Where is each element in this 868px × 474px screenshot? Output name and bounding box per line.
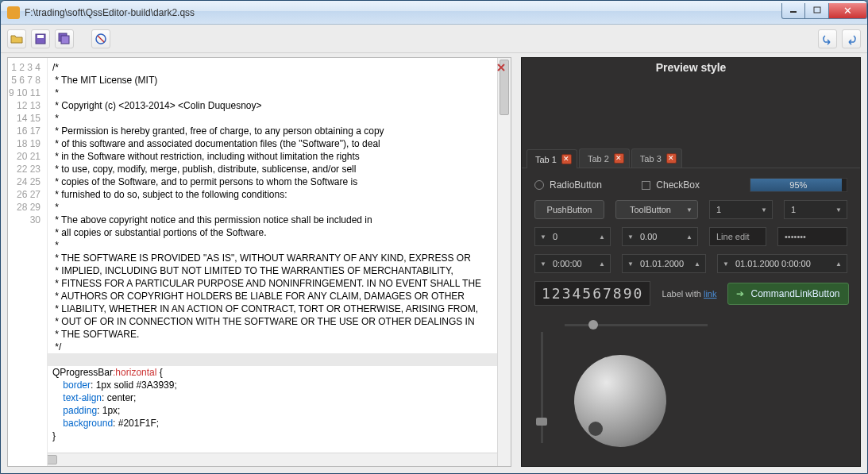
checkbox[interactable]: CheckBox	[642, 179, 738, 191]
code-area[interactable]: /* * The MIT License (MIT) * * Copyright…	[48, 58, 497, 466]
maximize-button[interactable]	[805, 3, 829, 19]
spinbox-float[interactable]: ▼0.00▲	[622, 227, 698, 246]
code-editor[interactable]: 1 2 3 4 5 6 7 8 9 10 11 12 13 14 15 16 1…	[7, 57, 511, 467]
close-button[interactable]: ✕	[829, 3, 867, 19]
save-all-button[interactable]	[55, 29, 74, 48]
tab-close-icon[interactable]: ✕	[666, 153, 677, 164]
save-button[interactable]	[31, 29, 50, 48]
titlebar[interactable]: F:\trading\soft\QssEditor-build\dark2.qs…	[1, 1, 867, 25]
preview-tab-3[interactable]: Tab 3✕	[631, 148, 682, 168]
lcd-number: 1234567890	[534, 281, 650, 306]
tab-close-icon[interactable]: ✕	[561, 154, 572, 164]
horizontal-slider[interactable]	[565, 318, 708, 331]
preview-title: Preview style	[522, 58, 860, 147]
tab-close-icon[interactable]: ✕	[614, 153, 624, 164]
date-edit[interactable]: ▼01.01.2000▲	[622, 254, 706, 273]
spinbox-int[interactable]: ▼0▲	[534, 227, 611, 246]
toolbar	[1, 25, 867, 53]
line-edit[interactable]: Line edit	[709, 227, 766, 246]
toolbutton[interactable]: ToolButton▼	[615, 200, 698, 219]
command-link-button[interactable]: ➔CommandLinkButton	[727, 283, 848, 305]
window-title: F:\trading\soft\QssEditor-build\dark2.qs…	[25, 7, 781, 18]
svg-rect-3	[37, 35, 44, 38]
vertical-slider[interactable]	[534, 332, 549, 443]
progressbar: 95%	[750, 178, 847, 192]
password-edit[interactable]: •••••••	[777, 227, 847, 246]
preview-tab-2[interactable]: Tab 2✕	[579, 148, 630, 168]
preview-tabs: Tab 1✕ Tab 2✕ Tab 3✕	[522, 148, 860, 168]
arrow-right-icon: ➔	[736, 288, 744, 299]
pushbutton[interactable]: PushButton	[534, 200, 604, 219]
combobox-1[interactable]: 1▼	[709, 200, 773, 219]
time-edit[interactable]: ▼0:00:00▲	[534, 254, 611, 273]
app-window: F:\trading\soft\QssEditor-build\dark2.qs…	[0, 0, 868, 474]
minimize-button[interactable]	[781, 3, 805, 19]
open-button[interactable]	[7, 29, 26, 48]
label-with-link: Label with link	[662, 289, 716, 299]
vertical-scrollbar[interactable]	[497, 58, 511, 466]
undo-button[interactable]	[818, 29, 837, 48]
app-icon	[7, 6, 20, 19]
splitter[interactable]	[515, 57, 518, 467]
redo-button[interactable]	[842, 29, 861, 48]
line-gutter: 1 2 3 4 5 6 7 8 9 10 11 12 13 14 15 16 1…	[8, 58, 48, 466]
dial[interactable]	[565, 345, 676, 457]
svg-rect-5	[61, 36, 69, 44]
preview-tab-1[interactable]: Tab 1✕	[527, 149, 577, 168]
svg-rect-0	[790, 11, 797, 13]
datetime-edit[interactable]: ▼01.01.2000 0:00:00▲	[717, 254, 847, 273]
radiobutton[interactable]: RadioButton	[534, 179, 631, 191]
label-link[interactable]: link	[704, 289, 717, 299]
stop-button[interactable]	[91, 29, 110, 48]
combobox-2[interactable]: 1▼	[784, 200, 847, 219]
preview-panel: Preview style Tab 1✕ Tab 2✕ Tab 3✕ Radio…	[521, 57, 861, 467]
svg-rect-1	[814, 7, 820, 13]
